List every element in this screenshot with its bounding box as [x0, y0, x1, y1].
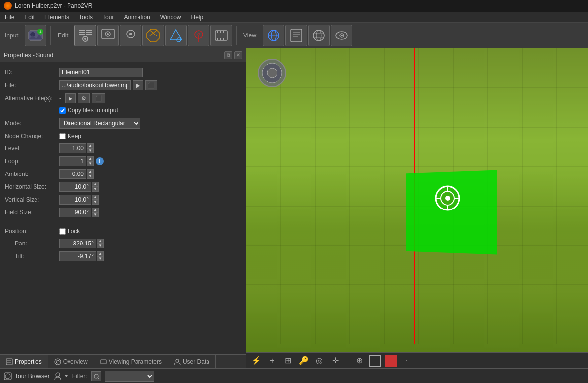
viewer-dot-button[interactable]: ·: [401, 355, 413, 367]
alt-settings-button[interactable]: ⚙: [78, 93, 90, 103]
edit-maps-button[interactable]: G: [188, 25, 209, 46]
filter-icon-section: [91, 371, 101, 381]
alt-browse-button[interactable]: ⬛: [92, 93, 105, 103]
edit-hotspots-button[interactable]: [142, 25, 164, 46]
svg-point-68: [267, 68, 277, 78]
file-input[interactable]: [59, 80, 131, 90]
tour-browser-label: Tour Browser: [15, 373, 50, 380]
viewer-compass-button[interactable]: ⊕: [353, 355, 365, 367]
tab-user-data[interactable]: User Data: [168, 355, 216, 368]
mode-label: Mode:: [5, 120, 59, 127]
tab-viewing-params[interactable]: Viewing Parameters: [94, 355, 168, 368]
vertical-size-increment-button[interactable]: ▲: [92, 195, 99, 200]
menu-file[interactable]: File: [0, 13, 19, 22]
properties-close-button[interactable]: ✕: [234, 51, 242, 59]
svg-rect-24: [220, 31, 221, 33]
svg-rect-23: [217, 31, 218, 33]
edit-film-button[interactable]: [210, 25, 232, 46]
alt-files-row: Alternative File(s): - ▶ ⚙ ⬛: [0, 92, 246, 104]
mode-select[interactable]: Directional Rectangular Ambient Directio…: [59, 118, 140, 129]
panorama-viewer: ⚡ + ⊞ 🔑 ◎ ✛ ⊕ ·: [246, 48, 588, 368]
ambient-increment-button[interactable]: ▲: [87, 169, 94, 174]
viewer-outline-box[interactable]: [369, 355, 381, 367]
menu-help[interactable]: Help: [186, 13, 208, 22]
horizontal-size-row: Horizontal Size: ▲ ▼: [0, 180, 246, 193]
loop-input[interactable]: [59, 156, 86, 166]
viewer-move-button[interactable]: ✛: [329, 355, 341, 367]
edit-skin-button[interactable]: [165, 25, 187, 46]
svg-point-46: [55, 359, 61, 365]
title-text: Loren Hulber.p2vr - Pano2VR: [15, 2, 92, 9]
viewer-flash-button[interactable]: ⚡: [250, 355, 262, 367]
titlebar: Loren Hulber.p2vr - Pano2VR: [0, 0, 588, 12]
edit-label: Edit:: [55, 32, 72, 39]
loop-info-icon[interactable]: i: [96, 157, 104, 165]
view-notes-button[interactable]: [285, 25, 307, 46]
loop-increment-button[interactable]: ▲: [87, 156, 94, 161]
filter-select[interactable]: [105, 371, 154, 382]
file-play-button[interactable]: ▶: [133, 80, 143, 90]
edit-viewer-button[interactable]: [97, 25, 119, 46]
viewer-add-button[interactable]: +: [266, 355, 278, 367]
directional-rectangle: [406, 170, 497, 255]
menu-tour[interactable]: Tour: [98, 13, 119, 22]
copy-files-checkbox[interactable]: [59, 107, 66, 114]
ambient-input[interactable]: [59, 169, 86, 179]
copy-files-row: Copy files to output: [0, 104, 246, 116]
vertical-size-input[interactable]: [59, 195, 91, 205]
lock-checkbox[interactable]: [59, 228, 66, 235]
vertical-size-spinner: ▲ ▼: [59, 195, 99, 205]
id-input[interactable]: [59, 68, 143, 77]
horizontal-size-increment-button[interactable]: ▲: [92, 182, 99, 187]
pan-input[interactable]: [59, 239, 96, 248]
tab-overview[interactable]: Overview: [48, 355, 94, 368]
node-change-label: Node Change:: [5, 133, 59, 139]
alt-play-button[interactable]: ▶: [65, 93, 76, 103]
loop-decrement-button[interactable]: ▼: [87, 161, 94, 166]
tab-properties-label: Properties: [15, 358, 42, 365]
level-label: Level:: [5, 145, 59, 152]
edit-settings-button[interactable]: [74, 25, 96, 46]
viewer-key-button[interactable]: 🔑: [298, 355, 310, 367]
ambient-decrement-button[interactable]: ▼: [87, 174, 94, 179]
viewer-grid-button[interactable]: ⊞: [282, 355, 294, 367]
viewer-filled-box[interactable]: [385, 355, 397, 367]
level-input[interactable]: [59, 143, 86, 153]
view-eye-button[interactable]: [331, 25, 352, 46]
svg-rect-4: [79, 30, 85, 31]
viewer-target-button[interactable]: ◎: [313, 355, 325, 367]
tilt-increment-button[interactable]: ▲: [97, 251, 104, 256]
menu-edit[interactable]: Edit: [19, 13, 39, 22]
menu-window[interactable]: Window: [155, 13, 186, 22]
tab-properties[interactable]: Properties: [0, 355, 48, 368]
horizontal-size-decrement-button[interactable]: ▼: [92, 187, 99, 192]
field-size-increment-button[interactable]: ▲: [92, 208, 99, 212]
menu-elements[interactable]: Elements: [39, 13, 74, 22]
menu-tools[interactable]: Tools: [74, 13, 98, 22]
view-globe-button[interactable]: [308, 25, 330, 46]
node-change-keep-label: Keep: [68, 133, 81, 139]
id-label: ID:: [5, 69, 59, 76]
input-panorama-button[interactable]: +: [25, 25, 46, 46]
tilt-decrement-button[interactable]: ▼: [97, 256, 104, 261]
menu-animation[interactable]: Animation: [119, 13, 155, 22]
level-decrement-button[interactable]: ▼: [87, 148, 94, 153]
vertical-size-decrement-button[interactable]: ▼: [92, 200, 99, 205]
file-browse-button[interactable]: ⬛: [145, 80, 157, 90]
pan-increment-button[interactable]: ▲: [97, 239, 104, 244]
node-change-checkbox[interactable]: [59, 133, 66, 139]
pan-value-container: ▲ ▼: [59, 239, 241, 248]
position-label: Position:: [5, 228, 59, 235]
field-size-decrement-button[interactable]: ▼: [92, 212, 99, 217]
filter-icon-button[interactable]: [91, 371, 101, 381]
view-tour-button[interactable]: [263, 25, 284, 46]
horizontal-size-input[interactable]: [59, 182, 91, 192]
edit-patches-button[interactable]: [120, 25, 141, 46]
tilt-input[interactable]: [59, 251, 96, 261]
horizontal-size-spinner: ▲ ▼: [59, 182, 99, 192]
pan-decrement-button[interactable]: ▼: [97, 244, 104, 248]
level-increment-button[interactable]: ▲: [87, 143, 94, 148]
vertical-size-label: Vertical Size:: [5, 196, 59, 203]
properties-detach-button[interactable]: ⧉: [224, 51, 232, 59]
field-size-input[interactable]: [59, 208, 91, 217]
